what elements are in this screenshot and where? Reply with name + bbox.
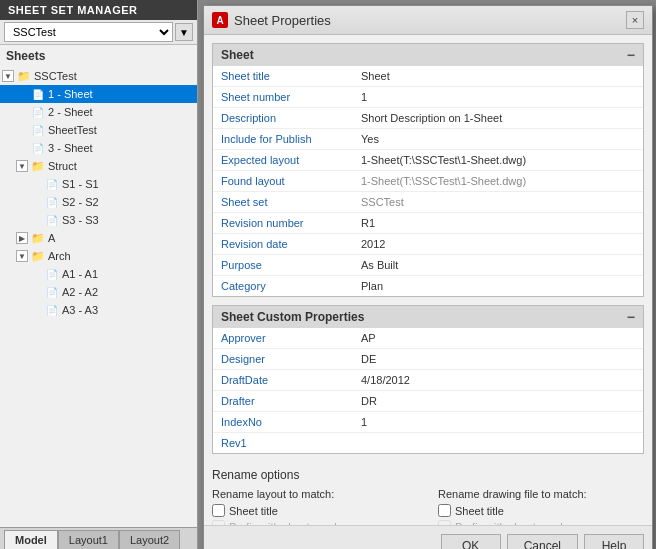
checkbox-cb3[interactable] [438, 504, 451, 517]
ssm-dropdown[interactable]: SSCTest [4, 22, 173, 42]
rename-cols: Rename layout to match: Sheet titlePrefi… [212, 488, 644, 525]
rename-col-right-title: Rename drawing file to match: [438, 488, 644, 500]
sheet-section-collapse[interactable]: − [627, 47, 635, 63]
checkbox-label-cb4: Prefix with sheet number [455, 521, 576, 526]
prop-val[interactable]: R1 [353, 213, 643, 233]
prop-key: Expected layout [213, 150, 353, 170]
prop-val[interactable]: As Built [353, 255, 643, 275]
custom-prop-key: IndexNo [213, 412, 353, 432]
sheet-prop-row: Sheet number1 [213, 87, 643, 108]
custom-prop-row: DraftDate4/18/2012 [213, 370, 643, 391]
prop-val[interactable]: 1-Sheet(T:\SSCTest\1-Sheet.dwg) [353, 171, 643, 191]
page-icon-s3-s3: 📄 [44, 212, 60, 228]
tree-label-ssctest-root: SSCTest [34, 70, 77, 82]
checkbox-cb1[interactable] [212, 504, 225, 517]
prop-val[interactable]: SSCTest [353, 192, 643, 212]
prop-key: Sheet title [213, 66, 353, 86]
prop-val[interactable]: 2012 [353, 234, 643, 254]
tree-label-a: A [48, 232, 55, 244]
cancel-button[interactable]: Cancel [507, 534, 578, 549]
custom-prop-row: ApproverAP [213, 328, 643, 349]
rename-col-left: Rename layout to match: Sheet titlePrefi… [212, 488, 418, 525]
custom-prop-val[interactable]: 1 [353, 412, 643, 432]
tab-layout2[interactable]: Layout2 [119, 530, 180, 549]
prop-val[interactable]: Yes [353, 129, 643, 149]
sheet-prop-row: CategoryPlan [213, 276, 643, 296]
tree-node-2-sheet[interactable]: 📄2 - Sheet [0, 103, 197, 121]
tree-node-sheettest[interactable]: 📄SheetTest [0, 121, 197, 139]
custom-prop-key: Rev1 [213, 433, 353, 453]
prop-val[interactable]: Plan [353, 276, 643, 296]
checkbox-row-cb3: Sheet title [438, 504, 644, 517]
prop-val[interactable]: Sheet [353, 66, 643, 86]
custom-prop-val[interactable] [353, 433, 643, 453]
tree-node-a3-a3[interactable]: 📄A3 - A3 [0, 301, 197, 319]
sheet-properties-table: Sheet titleSheetSheet number1Description… [213, 66, 643, 296]
folder-icon-struct: 📁 [30, 158, 46, 174]
rename-options-section: Rename options Rename layout to match: S… [212, 462, 644, 525]
dialog-overlay: A Sheet Properties × Sheet − Sheet title… [198, 0, 656, 549]
ssm-toolbar-btn-1[interactable]: ▼ [175, 23, 193, 41]
expand-btn-arch[interactable]: ▼ [16, 250, 28, 262]
custom-prop-row: DrafterDR [213, 391, 643, 412]
custom-prop-val[interactable]: DR [353, 391, 643, 411]
dialog-body: Sheet − Sheet titleSheetSheet number1Des… [204, 35, 652, 525]
tree-node-a1-a1[interactable]: 📄A1 - A1 [0, 265, 197, 283]
tree-label-a3-a3: A3 - A3 [62, 304, 98, 316]
custom-section-header: Sheet Custom Properties − [213, 306, 643, 328]
ssm-title: SHEET SET MANAGER [8, 4, 138, 16]
tree-node-1-sheet[interactable]: 📄1 - Sheet [0, 85, 197, 103]
custom-prop-key: Drafter [213, 391, 353, 411]
prop-val[interactable]: 1-Sheet(T:\SSCTest\1-Sheet.dwg) [353, 150, 643, 170]
tab-layout1[interactable]: Layout1 [58, 530, 119, 549]
custom-prop-row: Rev1 [213, 433, 643, 453]
tab-model[interactable]: Model [4, 530, 58, 549]
custom-prop-val[interactable]: 4/18/2012 [353, 370, 643, 390]
custom-prop-val[interactable]: DE [353, 349, 643, 369]
help-button[interactable]: Help [584, 534, 644, 549]
prop-key: Sheet set [213, 192, 353, 212]
ssm-header: SHEET SET MANAGER [0, 0, 197, 20]
ssm-section-sheets: Sheets [0, 45, 197, 65]
custom-prop-key: DraftDate [213, 370, 353, 390]
sheet-prop-row: Revision date2012 [213, 234, 643, 255]
prop-val[interactable]: Short Description on 1-Sheet [353, 108, 643, 128]
custom-prop-val[interactable]: AP [353, 328, 643, 348]
prop-val[interactable]: 1 [353, 87, 643, 107]
custom-section-collapse[interactable]: − [627, 309, 635, 325]
tree-node-s3-s3[interactable]: 📄S3 - S3 [0, 211, 197, 229]
tree-node-ssctest-root[interactable]: ▼📁SSCTest [0, 67, 197, 85]
tree-node-a2-a2[interactable]: 📄A2 - A2 [0, 283, 197, 301]
tree-node-a[interactable]: ▶📁A [0, 229, 197, 247]
tree-node-s1-s1[interactable]: 📄S1 - S1 [0, 175, 197, 193]
expand-btn-a[interactable]: ▶ [16, 232, 28, 244]
folder-icon-ssctest-root: 📁 [16, 68, 32, 84]
tree-area: ▼📁SSCTest📄1 - Sheet📄2 - Sheet📄SheetTest📄… [0, 65, 197, 527]
tree-label-s3-s3: S3 - S3 [62, 214, 99, 226]
expand-btn-ssctest-root[interactable]: ▼ [2, 70, 14, 82]
ssm-panel: SHEET SET MANAGER SSCTest ▼ Sheets ▼📁SSC… [0, 0, 198, 549]
tree-label-s2-s2: S2 - S2 [62, 196, 99, 208]
tree-node-s2-s2[interactable]: 📄S2 - S2 [0, 193, 197, 211]
sheet-prop-row: Revision numberR1 [213, 213, 643, 234]
custom-prop-key: Designer [213, 349, 353, 369]
folder-icon-arch: 📁 [30, 248, 46, 264]
sheet-prop-row: Found layout1-Sheet(T:\SSCTest\1-Sheet.d… [213, 171, 643, 192]
ok-button[interactable]: OK [441, 534, 501, 549]
sheet-prop-row: PurposeAs Built [213, 255, 643, 276]
expand-btn-struct[interactable]: ▼ [16, 160, 28, 172]
sheet-prop-row: Expected layout1-Sheet(T:\SSCTest\1-Shee… [213, 150, 643, 171]
sheet-section-title: Sheet [221, 48, 254, 62]
dialog-footer: OKCancelHelp [204, 525, 652, 549]
tree-label-a1-a1: A1 - A1 [62, 268, 98, 280]
tree-node-3-sheet[interactable]: 📄3 - Sheet [0, 139, 197, 157]
tree-label-struct: Struct [48, 160, 77, 172]
tree-node-struct[interactable]: ▼📁Struct [0, 157, 197, 175]
checkbox-row-cb4: Prefix with sheet number [438, 520, 644, 525]
sheet-prop-row: Sheet titleSheet [213, 66, 643, 87]
sheet-prop-row: DescriptionShort Description on 1-Sheet [213, 108, 643, 129]
dialog-close-button[interactable]: × [626, 11, 644, 29]
page-icon-s2-s2: 📄 [44, 194, 60, 210]
checkbox-label-cb3: Sheet title [455, 505, 504, 517]
tree-node-arch[interactable]: ▼📁Arch [0, 247, 197, 265]
